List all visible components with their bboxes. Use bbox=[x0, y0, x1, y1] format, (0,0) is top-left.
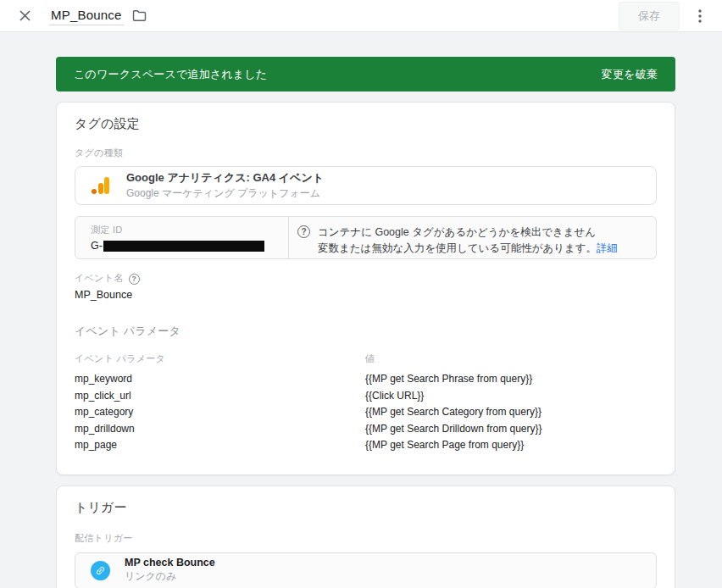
event-parameters-section-title: イベント パラメータ bbox=[75, 324, 657, 339]
folder-icon[interactable] bbox=[132, 9, 147, 22]
parameters-table: mp_keyword {{MP get Search Phrase from q… bbox=[75, 371, 657, 454]
tag-title-field[interactable]: MP_Bounce bbox=[49, 6, 124, 25]
banner-message: このワークスペースで追加されました bbox=[74, 67, 267, 82]
tag-type-selector[interactable]: Google アナリティクス: GA4 イベント Google マーケティング … bbox=[75, 166, 657, 205]
table-row: mp_category {{MP get Search Category fro… bbox=[75, 404, 657, 421]
tag-type-label: タグの種類 bbox=[75, 147, 657, 159]
discard-changes-button[interactable]: 変更を破棄 bbox=[602, 67, 658, 82]
workspace-change-banner: このワークスペースで追加されました 変更を破棄 bbox=[56, 57, 675, 92]
link-trigger-icon bbox=[91, 561, 110, 580]
measurement-id-value: G- bbox=[91, 240, 288, 252]
measurement-id-field[interactable]: 測定 ID G- bbox=[75, 217, 289, 258]
table-row: mp_page {{MP get Search Page from query}… bbox=[75, 437, 657, 454]
event-name-label: イベント名 bbox=[75, 272, 124, 285]
trigger-name: MP check Bounce bbox=[125, 557, 215, 569]
save-button[interactable]: 保存 bbox=[619, 2, 680, 31]
measurement-id-box: 測定 ID G- ? コンテナに Google タグがあるかどうかを検出できませ… bbox=[75, 216, 657, 259]
more-menu-icon[interactable] bbox=[691, 8, 708, 25]
top-bar: MP_Bounce 保存 bbox=[0, 0, 722, 32]
warning-line2: 変数または無効な入力を使用している可能性があります。詳細 bbox=[318, 241, 618, 257]
trigger-item[interactable]: MP check Bounce リンクのみ bbox=[75, 552, 657, 588]
google-analytics-icon bbox=[91, 175, 111, 196]
parameters-table-header: イベント パラメータ 値 bbox=[75, 352, 657, 365]
page-title: MP_Bounce bbox=[51, 8, 122, 22]
trigger-type: リンクのみ bbox=[125, 569, 215, 584]
warning-line1: コンテナに Google タグがあるかどうかを検出できません bbox=[318, 225, 618, 241]
main-content: このワークスペースで追加されました 変更を破棄 タグの設定 タグの種類 Goog… bbox=[0, 32, 722, 588]
param-value-column-header: 値 bbox=[365, 352, 375, 365]
table-row: mp_keyword {{MP get Search Phrase from q… bbox=[75, 371, 657, 388]
tag-type-platform: Google マーケティング プラットフォーム bbox=[126, 186, 324, 201]
trigger-card: トリガー 配信トリガー MP check Bounce リンクのみ bbox=[56, 485, 675, 588]
table-row: mp_click_url {{Click URL}} bbox=[75, 388, 657, 405]
measurement-id-label: 測定 ID bbox=[91, 224, 288, 236]
tag-config-title: タグの設定 bbox=[75, 116, 657, 132]
google-tag-warning: ? コンテナに Google タグがあるかどうかを検出できません 変数または無効… bbox=[289, 217, 628, 258]
event-name-label-row: イベント名 ? bbox=[75, 272, 657, 285]
tag-config-card: タグの設定 タグの種類 Google アナリティクス: GA4 イベント Goo… bbox=[56, 102, 675, 475]
warning-text: コンテナに Google タグがあるかどうかを検出できません 変数または無効な入… bbox=[318, 225, 618, 257]
event-name-help-icon[interactable]: ? bbox=[129, 274, 140, 285]
trigger-card-title: トリガー bbox=[75, 500, 657, 516]
redacted-value bbox=[103, 241, 264, 252]
tag-type-text: Google アナリティクス: GA4 イベント Google マーケティング … bbox=[126, 170, 324, 201]
close-icon[interactable] bbox=[17, 8, 32, 24]
trigger-text: MP check Bounce リンクのみ bbox=[125, 557, 215, 584]
event-name-value: MP_Bounce bbox=[75, 289, 657, 301]
details-link[interactable]: 詳細 bbox=[597, 242, 618, 254]
table-row: mp_drilldown {{MP get Search Drilldown f… bbox=[75, 421, 657, 438]
help-icon: ? bbox=[297, 225, 310, 238]
param-name-column-header: イベント パラメータ bbox=[75, 352, 365, 365]
tag-type-name: Google アナリティクス: GA4 イベント bbox=[126, 170, 324, 186]
firing-trigger-label: 配信トリガー bbox=[75, 532, 657, 545]
